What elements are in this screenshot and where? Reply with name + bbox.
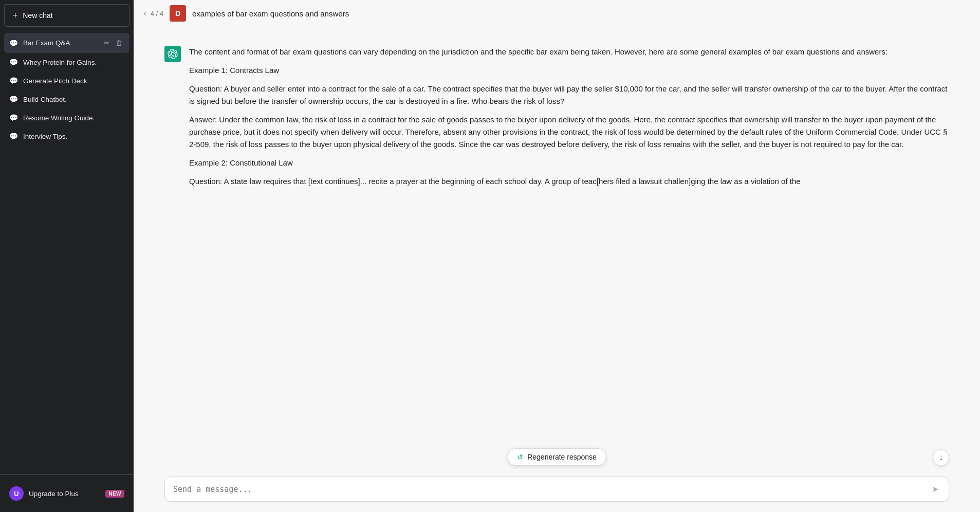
msg-heading-1: Example 1: Contracts Law	[189, 64, 949, 77]
message-input-wrapper: ➤	[164, 477, 949, 502]
chat-history-list: 💬 Bar Exam Q&A ✏ 🗑 💬 Whey Protein for Ga…	[0, 31, 134, 474]
sidebar-item-label: Bar Exam Q&A	[23, 39, 70, 47]
message-row: The content and format of bar exam quest…	[134, 40, 980, 194]
pagination-prev-arrow[interactable]: ‹	[144, 9, 146, 17]
pagination: ‹ 4 / 4	[144, 9, 163, 17]
sidebar-item-resume-writing[interactable]: 💬 Resume Writing Guide.	[4, 108, 130, 127]
chat-icon: 💬	[9, 114, 18, 122]
chat-title: examples of bar exam questions and answe…	[192, 9, 349, 18]
sidebar-item-left: 💬 Build Chatbot.	[9, 95, 124, 103]
chat-icon: 💬	[9, 39, 18, 47]
regenerate-icon: ↺	[517, 453, 523, 461]
sidebar-item-actions: ✏ 🗑	[102, 38, 124, 48]
main-content: ‹ 4 / 4 D examples of bar exam questions…	[134, 0, 980, 512]
delete-icon[interactable]: 🗑	[114, 38, 124, 48]
message-input[interactable]	[173, 485, 930, 494]
sidebar-item-left: 💬 Generate Pitch Deck.	[9, 77, 124, 85]
sidebar-item-interview-tips[interactable]: 💬 Interview Tips.	[4, 127, 130, 145]
plus-icon: +	[13, 11, 17, 20]
regenerate-label: Regenerate response	[527, 453, 597, 461]
new-chat-button[interactable]: + New chat	[4, 4, 130, 27]
sidebar-item-bar-exam[interactable]: 💬 Bar Exam Q&A ✏ 🗑	[4, 33, 130, 53]
copy-button[interactable]: ⧉	[905, 46, 915, 57]
gpt-avatar	[164, 46, 181, 62]
sidebar-item-left: 💬 Whey Protein for Gains.	[9, 58, 124, 66]
regenerate-popup[interactable]: ↺ Regenerate response	[507, 448, 606, 466]
sidebar-item-left: 💬 Resume Writing Guide.	[9, 114, 124, 122]
sidebar-bottom: U Upgrade to Plus NEW	[0, 474, 134, 512]
msg-question-1: Question: A buyer and seller enter into …	[189, 83, 949, 107]
pagination-count: 4 / 4	[151, 10, 163, 17]
upgrade-label: Upgrade to Plus	[29, 490, 79, 498]
user-avatar: U	[9, 486, 24, 501]
header-avatar: D	[170, 5, 186, 22]
scroll-bottom-button[interactable]: ↓	[933, 449, 949, 466]
scroll-down-icon: ↓	[939, 453, 943, 462]
message-text: The content and format of bar exam quest…	[189, 46, 949, 188]
sidebar-item-left: 💬 Bar Exam Q&A	[9, 39, 98, 47]
chat-icon: 💬	[9, 58, 18, 66]
msg-heading-2: Example 2: Constitutional Law	[189, 157, 949, 169]
sidebar-item-label: Interview Tips.	[23, 133, 67, 140]
chat-icon: 💬	[9, 132, 18, 140]
new-badge: NEW	[105, 490, 124, 498]
sidebar-item-build-chatbot[interactable]: 💬 Build Chatbot.	[4, 90, 130, 108]
sidebar: + New chat 💬 Bar Exam Q&A ✏ 🗑 💬 Whey Pro…	[0, 0, 134, 512]
msg-para-1: The content and format of bar exam quest…	[189, 46, 949, 58]
input-area: ➤	[134, 470, 980, 512]
sidebar-item-label: Generate Pitch Deck.	[23, 77, 89, 85]
send-button[interactable]: ➤	[930, 483, 940, 495]
sidebar-item-whey-protein[interactable]: 💬 Whey Protein for Gains.	[4, 53, 130, 71]
thumbdown-button[interactable]: 👎	[935, 46, 949, 57]
msg-answer-1: Answer: Under the common law, the risk o…	[189, 114, 949, 151]
sidebar-item-label: Whey Protein for Gains.	[23, 59, 97, 66]
edit-icon[interactable]: ✏	[102, 38, 112, 48]
sidebar-item-label: Resume Writing Guide.	[23, 114, 95, 122]
sidebar-item-left: 💬 Interview Tips.	[9, 132, 124, 140]
thumbup-button[interactable]: 👍	[918, 46, 932, 57]
sidebar-item-pitch-deck[interactable]: 💬 Generate Pitch Deck.	[4, 71, 130, 90]
chat-icon: 💬	[9, 95, 18, 103]
chat-icon: 💬	[9, 77, 18, 85]
upgrade-button[interactable]: U Upgrade to Plus NEW	[4, 481, 130, 506]
chat-header: ‹ 4 / 4 D examples of bar exam questions…	[134, 0, 980, 27]
messages-area: The content and format of bar exam quest…	[134, 27, 980, 470]
msg-question-2-partial: Question: A state law requires that [tex…	[189, 175, 949, 188]
sidebar-item-label: Build Chatbot.	[23, 96, 67, 103]
new-chat-label: New chat	[23, 11, 52, 20]
gpt-logo-icon	[168, 49, 178, 59]
